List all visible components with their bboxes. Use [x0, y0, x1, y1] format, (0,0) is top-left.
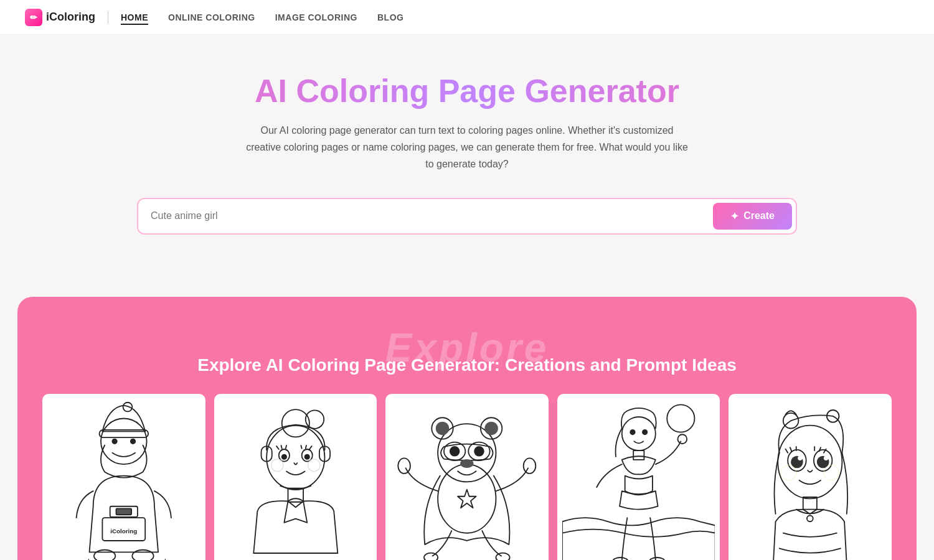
svg-text:★: ★ [162, 556, 169, 560]
svg-point-58 [824, 465, 839, 480]
hero-section: AI Coloring Page Generator Our AI colori… [0, 35, 934, 259]
svg-point-9 [94, 549, 115, 560]
svg-point-4 [131, 439, 135, 443]
explore-heading: Explore AI Coloring Page Generator: Crea… [42, 355, 892, 375]
svg-point-38 [424, 553, 438, 560]
svg-point-42 [630, 429, 634, 434]
image-grid: iColoring ★ ★ [42, 394, 892, 560]
nav-divider [108, 11, 108, 24]
svg-point-47 [649, 558, 665, 560]
search-input[interactable] [151, 210, 713, 222]
nav-item-image-coloring[interactable]: IMAGE COLORING [275, 12, 357, 22]
svg-point-37 [524, 458, 536, 474]
create-button-label: Create [743, 210, 775, 222]
svg-point-46 [613, 558, 628, 560]
svg-point-21 [304, 454, 309, 459]
svg-point-40 [667, 404, 694, 432]
nav-item-home[interactable]: HOME [121, 12, 148, 25]
sparkle-icon: ✦ [730, 210, 738, 222]
svg-point-29 [436, 422, 449, 434]
svg-point-20 [281, 454, 286, 459]
hero-title: AI Coloring Page Generator [25, 72, 909, 110]
svg-point-35 [461, 459, 473, 467]
svg-point-0 [101, 418, 147, 464]
svg-point-23 [308, 459, 320, 472]
svg-point-41 [622, 417, 656, 450]
logo-link[interactable]: ✏ iColoring [25, 9, 95, 26]
coloring-card-anime-girl[interactable] [214, 394, 377, 560]
nav-links: HOME ONLINE COLORING IMAGE COLORING BLOG [121, 12, 403, 23]
svg-point-3 [112, 439, 116, 443]
search-bar: ✦ Create [137, 198, 797, 235]
logo-icon: ✏ [25, 9, 42, 26]
svg-point-60 [807, 515, 813, 521]
explore-section: Explore Explore AI Coloring Page Generat… [17, 297, 917, 560]
svg-rect-6 [116, 508, 132, 515]
svg-text:★: ★ [85, 556, 92, 560]
nav-item-blog[interactable]: BLOG [377, 12, 403, 22]
svg-point-56 [824, 455, 828, 460]
hero-subtitle: Our AI coloring page generator can turn … [243, 122, 691, 173]
svg-text:iColoring: iColoring [110, 527, 137, 534]
svg-point-55 [798, 455, 803, 460]
brand-name: iColoring [46, 11, 95, 24]
svg-point-34 [474, 446, 484, 455]
svg-point-30 [485, 422, 498, 434]
svg-point-45 [677, 434, 687, 444]
navigation: ✏ iColoring HOME ONLINE COLORING IMAGE C… [0, 0, 934, 35]
coloring-card-anime-princess[interactable] [729, 394, 892, 560]
create-button[interactable]: ✦ Create [713, 203, 792, 230]
svg-point-57 [781, 465, 797, 480]
svg-point-22 [271, 459, 283, 472]
coloring-card-barbie[interactable] [557, 394, 720, 560]
nav-item-online-coloring[interactable]: ONLINE COLORING [168, 12, 255, 22]
svg-point-39 [496, 553, 510, 560]
svg-rect-44 [633, 450, 644, 460]
svg-point-10 [132, 549, 153, 560]
svg-point-15 [267, 425, 324, 489]
svg-point-13 [281, 409, 309, 437]
coloring-card-santa[interactable]: iColoring ★ ★ [42, 394, 205, 560]
coloring-card-panda[interactable] [385, 394, 549, 560]
svg-point-33 [450, 446, 460, 455]
svg-point-36 [398, 458, 410, 474]
svg-point-43 [643, 429, 647, 434]
